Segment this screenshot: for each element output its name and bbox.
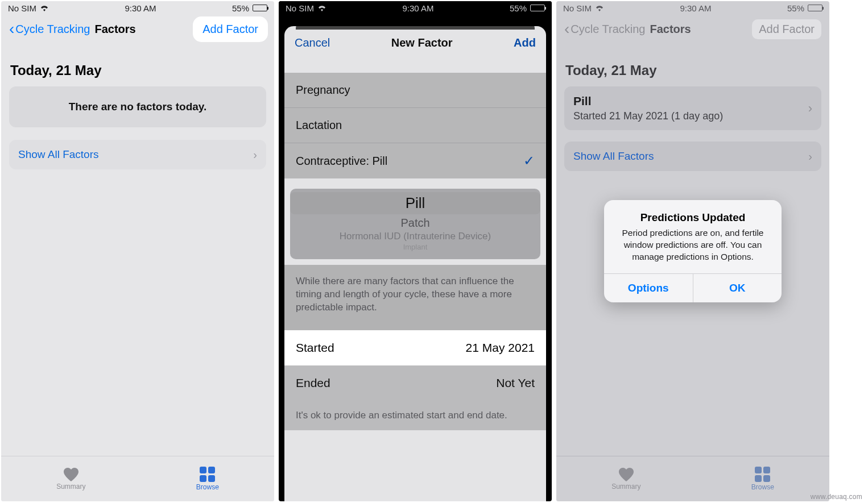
- chevron-right-icon: ›: [253, 148, 257, 161]
- show-all-factors-label: Show All Factors: [18, 148, 99, 161]
- alert-options-label: Options: [628, 282, 669, 294]
- started-row[interactable]: Started 21 May 2021: [284, 330, 546, 365]
- modal-sheet: Cancel New Factor Add Pregnancy Lactatio…: [284, 26, 546, 501]
- battery-percent-label: 55%: [232, 3, 249, 13]
- page-title: Factors: [94, 23, 135, 36]
- tab-summary[interactable]: Summary: [56, 468, 85, 490]
- alert-options-button[interactable]: Options: [604, 274, 693, 302]
- ended-label: Ended: [296, 376, 330, 390]
- heart-icon: [64, 468, 78, 481]
- grid-icon: [200, 467, 215, 482]
- nav-bar: ‹ Cycle Tracking Factors Add Factor: [1, 15, 274, 43]
- picker-option: Hormonal IUD (Intrauterine Device): [340, 231, 491, 242]
- show-all-factors-row[interactable]: Show All Factors ›: [9, 140, 266, 169]
- status-bar: No SIM 9:30 AM 55%: [1, 1, 274, 15]
- factor-type-list: Pregnancy Lactation Contraceptive: Pill …: [284, 73, 546, 178]
- empty-factors-card: There are no factors today.: [9, 86, 266, 127]
- option-pregnancy-label: Pregnancy: [296, 84, 350, 97]
- tab-bar: Summary Browse: [1, 456, 274, 501]
- sheet-nav: Cancel New Factor Add: [284, 26, 546, 59]
- carrier-label: No SIM: [286, 3, 314, 13]
- checkmark-icon: ✓: [523, 153, 535, 169]
- option-lactation[interactable]: Lactation: [284, 108, 546, 143]
- picker-option: Implant: [403, 243, 428, 251]
- clock-label: 9:30 AM: [402, 3, 433, 13]
- screen-factors-empty: No SIM 9:30 AM 55% ‹ Cycle Tracking Fact…: [1, 1, 274, 501]
- helper-text: While there are many factors that can in…: [284, 265, 546, 330]
- screen-new-factor-sheet: No SIM 9:30 AM 55% Cancel New Factor Add…: [279, 1, 552, 501]
- alert-backdrop: Predictions Updated Period predictions a…: [556, 1, 829, 501]
- tab-browse-label: Browse: [196, 483, 219, 491]
- clock-label: 9:30 AM: [125, 3, 156, 13]
- add-button[interactable]: Add: [514, 36, 536, 49]
- alert-message: Period predictions are on, and fertile w…: [614, 227, 771, 263]
- option-contraceptive-pill-label: Contraceptive: Pill: [296, 155, 387, 168]
- add-factor-button[interactable]: Add Factor: [195, 18, 266, 40]
- date-heading: Today, 21 May: [10, 63, 265, 78]
- empty-factors-label: There are no factors today.: [69, 101, 207, 113]
- started-label: Started: [296, 341, 334, 355]
- cancel-button[interactable]: Cancel: [295, 36, 330, 49]
- option-pregnancy[interactable]: Pregnancy: [284, 73, 546, 108]
- back-button[interactable]: ‹ Cycle Tracking: [9, 21, 90, 37]
- tab-browse[interactable]: Browse: [196, 467, 219, 491]
- chevron-left-icon: ‹: [9, 21, 14, 37]
- alert-ok-label: OK: [729, 282, 746, 294]
- sheet-title: New Factor: [391, 36, 453, 49]
- footnote-text: It's ok to provide an estimated start an…: [284, 401, 546, 430]
- status-bar: No SIM 9:30 AM 55%: [279, 1, 552, 15]
- ended-value: Not Yet: [496, 376, 535, 390]
- back-label: Cycle Tracking: [15, 23, 90, 36]
- battery-percent-label: 55%: [510, 3, 527, 13]
- alert-ok-button[interactable]: OK: [693, 274, 782, 302]
- battery-icon: [253, 5, 267, 11]
- wifi-icon: [40, 5, 49, 11]
- option-lactation-label: Lactation: [296, 119, 342, 132]
- alert-dialog: Predictions Updated Period predictions a…: [604, 200, 782, 302]
- contraceptive-picker[interactable]: Pill Patch Hormonal IUD (Intrauterine De…: [290, 189, 540, 259]
- ended-row[interactable]: Ended Not Yet: [284, 365, 546, 401]
- battery-icon: [530, 5, 545, 11]
- screen-factors-with-alert: No SIM 9:30 AM 55% ‹ Cycle Tracking Fact…: [556, 1, 829, 501]
- wifi-icon: [317, 5, 326, 11]
- carrier-label: No SIM: [8, 3, 36, 13]
- picker-option: Patch: [400, 217, 429, 230]
- option-contraceptive-pill[interactable]: Contraceptive: Pill ✓: [284, 143, 546, 178]
- picker-selected: Pill: [290, 192, 540, 214]
- alert-title: Predictions Updated: [614, 211, 771, 224]
- watermark-label: www.deuaq.com: [811, 493, 862, 501]
- tab-summary-label: Summary: [56, 483, 85, 490]
- started-value: 21 May 2021: [466, 341, 535, 355]
- add-factor-label: Add Factor: [202, 23, 258, 35]
